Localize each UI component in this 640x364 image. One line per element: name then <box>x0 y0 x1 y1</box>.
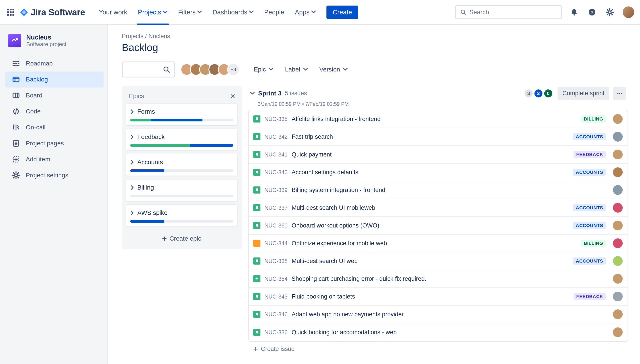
assignee-avatar[interactable] <box>612 274 623 284</box>
create-issue-button[interactable]: Create issue <box>249 342 628 356</box>
issue-row[interactable]: NUC-338 Multi-dest search UI web ACCOUNT… <box>249 252 627 270</box>
issue-key[interactable]: NUC-341 <box>265 151 288 158</box>
assignee-avatar[interactable] <box>612 309 623 320</box>
issue-row[interactable]: NUC-336 Quick booking for accomodations … <box>249 324 627 341</box>
assignee-avatar[interactable] <box>612 167 623 178</box>
profile-avatar[interactable] <box>622 6 635 18</box>
status-pill-done[interactable]: 0 <box>544 90 552 98</box>
epic-progress <box>130 144 233 147</box>
nav-item-your-work[interactable]: Your work <box>94 0 133 24</box>
avatar-overflow[interactable]: +3 <box>227 63 240 76</box>
sidebar-item-on-call[interactable]: On-call <box>5 120 104 136</box>
issue-row[interactable]: NUC-340 Account settings defaults ACCOUN… <box>249 164 627 181</box>
assignee-avatar[interactable] <box>612 238 623 248</box>
nav-item-dashboards[interactable]: Dashboards <box>207 0 259 24</box>
issue-row[interactable]: NUC-344 Optimize experience for mobile w… <box>249 234 627 252</box>
app-switcher-icon[interactable] <box>5 7 16 18</box>
issue-key[interactable]: NUC-360 <box>265 222 288 229</box>
sidebar-item-board[interactable]: Board <box>5 88 104 104</box>
assignee-avatar[interactable] <box>612 149 623 160</box>
issue-row[interactable]: NUC-342 Fast trip search ACCOUNTS <box>249 128 627 146</box>
search-input[interactable]: Search <box>455 5 562 19</box>
create-epic-button[interactable]: Create epic <box>124 230 240 248</box>
assignee-avatar[interactable] <box>612 114 623 124</box>
epic-card[interactable]: Feedback <box>126 128 238 151</box>
epics-panel-title: Epics <box>129 92 144 100</box>
settings-icon[interactable] <box>604 7 615 18</box>
epic-card[interactable]: Forms <box>126 103 238 126</box>
notifications-icon[interactable] <box>569 7 580 18</box>
epic-tag[interactable]: FEEDBACK <box>574 293 606 300</box>
complete-sprint-button[interactable]: Complete sprint <box>558 87 609 100</box>
filter-version[interactable]: Version <box>316 63 351 76</box>
epic-tag[interactable]: BILLING <box>581 240 606 247</box>
nav-item-apps[interactable]: Apps <box>290 0 321 24</box>
chevron-right-icon <box>130 211 135 215</box>
breadcrumb[interactable]: Projects / Nucleus <box>122 33 628 40</box>
chevron-down-icon[interactable] <box>250 91 255 96</box>
epic-tag[interactable]: FEEDBACK <box>574 151 606 158</box>
issue-key[interactable]: NUC-346 <box>265 311 288 318</box>
close-epics-icon[interactable] <box>231 94 235 98</box>
nav-item-projects[interactable]: Projects <box>133 0 173 24</box>
sidebar-item-backlog[interactable]: Backlog <box>5 72 104 88</box>
issue-row[interactable]: NUC-337 Multi-dest search UI mobileweb A… <box>249 199 627 217</box>
create-button[interactable]: Create <box>326 6 358 19</box>
issue-key[interactable]: NUC-338 <box>265 258 288 264</box>
issue-row[interactable]: NUC-360 Onboard workout options (OWO) AC… <box>249 217 627 234</box>
epic-name: Accounts <box>137 159 163 166</box>
issue-key[interactable]: NUC-339 <box>265 187 288 193</box>
assignee-avatar[interactable] <box>612 220 623 231</box>
assignee-filter-avatars[interactable]: +3 <box>180 63 240 76</box>
sidebar-icon <box>12 91 21 100</box>
help-icon[interactable] <box>587 7 597 18</box>
filter-epic[interactable]: Epic <box>250 63 277 76</box>
issue-row[interactable]: NUC-335 Affelite links integration - fro… <box>249 110 627 128</box>
issue-key[interactable]: NUC-354 <box>265 276 288 282</box>
assignee-avatar[interactable] <box>612 202 623 213</box>
issue-row[interactable]: NUC-343 Fluid booking on tablets FEEDBAC… <box>249 288 627 306</box>
issue-key[interactable]: NUC-343 <box>265 294 288 300</box>
sprint-name[interactable]: Sprint 3 <box>258 90 281 97</box>
issue-row[interactable]: NUC-341 Quick payment FEEDBACK <box>249 146 627 164</box>
assignee-avatar[interactable] <box>612 291 623 302</box>
epic-tag[interactable]: ACCOUNTS <box>573 169 606 176</box>
assignee-avatar[interactable] <box>612 132 623 142</box>
epic-tag[interactable]: ACCOUNTS <box>573 133 606 140</box>
issue-key[interactable]: NUC-342 <box>265 134 288 140</box>
assignee-avatar[interactable] <box>612 327 623 338</box>
issue-key[interactable]: NUC-335 <box>265 116 288 122</box>
issue-key[interactable]: NUC-340 <box>265 169 288 176</box>
backlog-search-input[interactable] <box>122 62 175 78</box>
sidebar-icon <box>12 107 21 116</box>
assignee-avatar[interactable] <box>612 185 623 195</box>
epic-card[interactable]: Billing <box>126 179 238 201</box>
sidebar-item-roadmap[interactable]: Roadmap <box>5 56 104 72</box>
epic-card[interactable]: AWS spike <box>126 204 238 226</box>
sidebar-item-project-settings[interactable]: Project settings <box>5 167 104 183</box>
epic-tag[interactable]: ACCOUNTS <box>573 258 606 264</box>
epic-tag[interactable]: BILLING <box>581 116 606 122</box>
status-pill-inprogress[interactable]: 2 <box>534 90 542 98</box>
epic-tag[interactable]: ACCOUNTS <box>573 204 606 211</box>
sidebar-item-add-item[interactable]: Add item <box>5 151 104 167</box>
issue-row[interactable]: NUC-346 Adapt web app no new payments pr… <box>249 306 627 324</box>
jira-logo[interactable]: Jira Software <box>20 7 85 17</box>
issue-row[interactable]: NUC-339 Billing system integration - fro… <box>249 181 627 199</box>
nav-item-filters[interactable]: Filters <box>173 0 207 24</box>
project-header[interactable]: Nucleus Software project <box>5 34 104 48</box>
issue-key[interactable]: NUC-337 <box>265 205 288 211</box>
assignee-avatar[interactable] <box>612 256 623 266</box>
issue-key[interactable]: NUC-336 <box>265 329 288 336</box>
epic-tag[interactable]: ACCOUNTS <box>573 222 606 229</box>
status-pill-todo[interactable]: 3 <box>525 90 533 98</box>
epic-card[interactable]: Accounts <box>126 154 238 176</box>
nav-item-people[interactable]: People <box>259 0 290 24</box>
sidebar-item-code[interactable]: Code <box>5 104 104 120</box>
filter-label[interactable]: Label <box>281 63 311 76</box>
sprint-overflow-menu[interactable] <box>613 87 626 100</box>
issue-key[interactable]: NUC-344 <box>265 240 288 246</box>
issue-summary: Multi-dest search UI web <box>292 258 569 264</box>
issue-row[interactable]: NUC-354 Shopping cart purchasing error -… <box>249 270 627 288</box>
sidebar-item-project-pages[interactable]: Project pages <box>5 136 104 151</box>
